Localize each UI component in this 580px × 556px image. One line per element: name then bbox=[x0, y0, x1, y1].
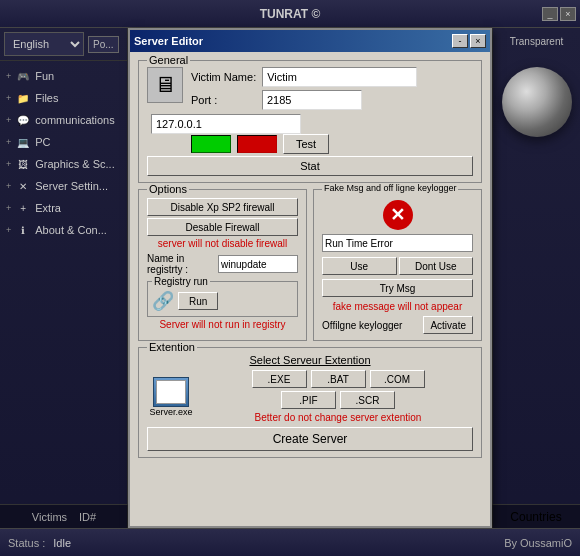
sidebar-item-fun[interactable]: + 🎮 Fun bbox=[2, 65, 125, 87]
port-button[interactable]: Po... bbox=[88, 36, 119, 53]
port-row: Port : bbox=[191, 90, 473, 110]
two-col-section: Options Disable Xp SP2 firewall Desable … bbox=[138, 189, 482, 347]
app-minimize-button[interactable]: _ bbox=[542, 7, 558, 21]
victim-name-input[interactable] bbox=[262, 67, 417, 87]
transparent-label: Transparent bbox=[510, 36, 564, 47]
name-registry-label: Name in registrty : bbox=[147, 253, 214, 275]
options-title: Options bbox=[147, 183, 189, 195]
graphics-icon: 🖼 bbox=[15, 156, 31, 172]
sidebar-item-label: Fun bbox=[35, 70, 54, 82]
select-extension-label: Select Serveur Extention bbox=[147, 354, 473, 366]
ext-row-1: .EXE .BAT .COM bbox=[203, 370, 473, 388]
expand-icon: + bbox=[6, 93, 11, 103]
expand-icon: + bbox=[6, 115, 11, 125]
dialog-close-button[interactable]: × bbox=[470, 34, 486, 48]
bottom-bar: Status : Idle By OussamiO bbox=[0, 528, 580, 556]
disable-firewall-button[interactable]: Desable Firewall bbox=[147, 218, 298, 236]
error-icon: ✕ bbox=[383, 200, 413, 230]
use-button[interactable]: Use bbox=[322, 257, 397, 275]
language-bar: English Po... bbox=[0, 28, 127, 61]
right-panel: Transparent bbox=[492, 28, 580, 556]
port-label: Port : bbox=[191, 94, 256, 106]
sidebar-item-communications[interactable]: + 💬 communications bbox=[2, 109, 125, 131]
run-button[interactable]: Run bbox=[178, 292, 218, 310]
status-label: Status : bbox=[8, 537, 45, 549]
communications-icon: 💬 bbox=[15, 112, 31, 128]
extension-section: Extention Select Serveur Extention Serve… bbox=[138, 347, 482, 458]
sphere-decoration bbox=[502, 67, 572, 137]
fake-msg-section: Fake Msg and off ligne keylogger ✕ Use D… bbox=[313, 189, 482, 341]
general-fields: Victim Name: Port : bbox=[191, 67, 473, 110]
victim-name-label: Victim Name: bbox=[191, 71, 256, 83]
disable-xp-button[interactable]: Disable Xp SP2 firewall bbox=[147, 198, 298, 216]
scr-button[interactable]: .SCR bbox=[340, 391, 395, 409]
try-msg-button[interactable]: Try Msg bbox=[322, 279, 473, 297]
registry-content: 🔗 Run bbox=[152, 290, 293, 312]
exe-button[interactable]: .EXE bbox=[252, 370, 307, 388]
sidebar-item-label: Extra bbox=[35, 202, 61, 214]
activate-button[interactable]: Activate bbox=[423, 316, 473, 334]
language-select[interactable]: English bbox=[4, 32, 84, 56]
expand-icon: + bbox=[6, 203, 11, 213]
extension-content: Server.exe .EXE .BAT .COM .PIF .SCR Bett… bbox=[147, 370, 473, 423]
app-controls: _ × bbox=[542, 7, 576, 21]
fun-icon: 🎮 bbox=[15, 68, 31, 84]
fake-msg-warning: fake message will not appear bbox=[322, 301, 473, 312]
nav-tree: + 🎮 Fun + 📁 Files + 💬 communications + 💻… bbox=[0, 61, 127, 245]
ip-input[interactable] bbox=[151, 114, 301, 134]
port-input[interactable] bbox=[262, 90, 362, 110]
countries-label: Countries bbox=[492, 504, 580, 528]
files-icon: 📁 bbox=[15, 90, 31, 106]
sidebar-item-graphics[interactable]: + 🖼 Graphics & Sc... bbox=[2, 153, 125, 175]
test-button[interactable]: Test bbox=[283, 134, 329, 154]
green-indicator bbox=[191, 135, 231, 153]
app-titlebar: TUNRAT © _ × bbox=[0, 0, 580, 28]
bat-button[interactable]: .BAT bbox=[311, 370, 366, 388]
settings-icon: ✕ bbox=[15, 178, 31, 194]
sidebar-item-label: Server Settin... bbox=[35, 180, 108, 192]
expand-icon: + bbox=[6, 71, 11, 81]
sidebar-item-server-settings[interactable]: + ✕ Server Settin... bbox=[2, 175, 125, 197]
dont-use-button[interactable]: Dont Use bbox=[399, 257, 474, 275]
server-icon bbox=[153, 377, 189, 407]
about-icon: ℹ bbox=[15, 222, 31, 238]
dialog-body: General 🖥 Victim Name: Port : bbox=[130, 52, 490, 526]
computer-icon: 🖥 bbox=[154, 72, 176, 98]
sidebar-item-label: communications bbox=[35, 114, 114, 126]
sidebar-item-label: About & Con... bbox=[35, 224, 107, 236]
status-value: Idle bbox=[53, 537, 496, 549]
create-server-button[interactable]: Create Server bbox=[147, 427, 473, 451]
left-panel: English Po... + 🎮 Fun + 📁 Files + 💬 comm… bbox=[0, 28, 128, 556]
dialog-minimize-button[interactable]: - bbox=[452, 34, 468, 48]
app-close-button[interactable]: × bbox=[560, 7, 576, 21]
victims-bar: Victims ID# bbox=[0, 504, 128, 528]
app-title: TUNRAT © bbox=[260, 7, 321, 21]
server-icon-inner bbox=[156, 380, 186, 404]
sidebar-item-label: Files bbox=[35, 92, 58, 104]
firewall-warning: server will not disable firewall bbox=[147, 238, 298, 249]
com-button[interactable]: .COM bbox=[370, 370, 425, 388]
name-registry-input[interactable] bbox=[218, 255, 298, 273]
sidebar-item-files[interactable]: + 📁 Files bbox=[2, 87, 125, 109]
extra-icon: + bbox=[15, 200, 31, 216]
extension-title: Extention bbox=[147, 341, 197, 353]
general-top: 🖥 Victim Name: Port : bbox=[147, 67, 473, 110]
expand-icon: + bbox=[6, 159, 11, 169]
victim-name-row: Victim Name: bbox=[191, 67, 473, 87]
general-section: General 🖥 Victim Name: Port : bbox=[138, 60, 482, 183]
use-dont-use-row: Use Dont Use bbox=[322, 257, 473, 275]
options-section: Options Disable Xp SP2 firewall Desable … bbox=[138, 189, 307, 341]
ext-row-2: .PIF .SCR bbox=[203, 391, 473, 409]
registry-section: Registry run 🔗 Run bbox=[147, 281, 298, 317]
stat-button[interactable]: Stat bbox=[147, 156, 473, 176]
dialog-title: Server Editor bbox=[134, 35, 203, 47]
computer-icon-box: 🖥 bbox=[147, 67, 183, 103]
indicators-row: Test bbox=[191, 134, 473, 154]
ip-row bbox=[151, 114, 473, 134]
pif-button[interactable]: .PIF bbox=[281, 391, 336, 409]
sidebar-item-pc[interactable]: + 💻 PC bbox=[2, 131, 125, 153]
sidebar-item-about[interactable]: + ℹ About & Con... bbox=[2, 219, 125, 241]
sidebar-item-extra[interactable]: + + Extra bbox=[2, 197, 125, 219]
runtime-error-input[interactable] bbox=[322, 234, 473, 252]
registry-icon: 🔗 bbox=[152, 290, 174, 312]
